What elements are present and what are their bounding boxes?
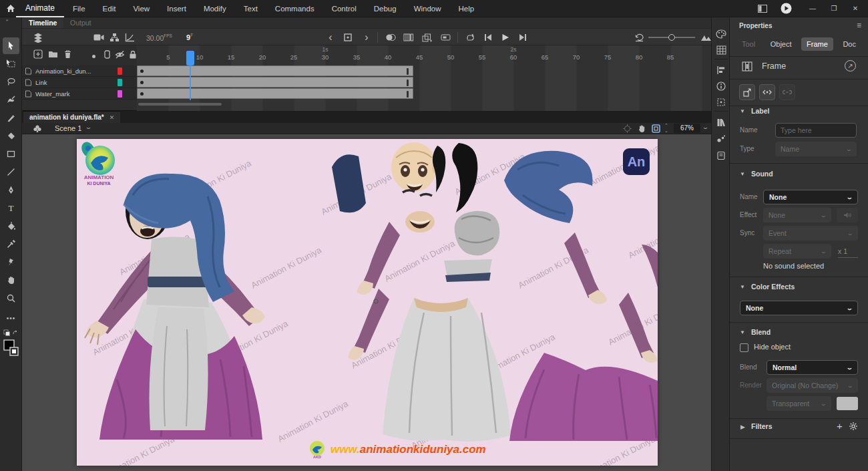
filter-options-gear-icon[interactable] xyxy=(849,422,858,431)
stage[interactable]: Animation Ki Duniya Animation Ki Duniya … xyxy=(77,139,658,466)
more-tools-icon[interactable]: ••• xyxy=(3,310,19,327)
selection-tool[interactable] xyxy=(3,37,19,54)
classic-brush-tool[interactable] xyxy=(3,110,19,126)
onion-skin-icon[interactable] xyxy=(384,31,397,43)
collapse-panel-icon[interactable]: “ xyxy=(6,19,8,26)
color-panel-icon[interactable] xyxy=(715,28,727,40)
fluid-brush-tool[interactable] xyxy=(3,92,19,108)
brush-library-panel-icon[interactable] xyxy=(715,132,727,144)
label-name-input[interactable] xyxy=(775,123,857,138)
layer-row-link[interactable]: Link xyxy=(22,77,137,88)
free-transform-tool[interactable] xyxy=(3,55,19,72)
sound-section-title[interactable]: Sound xyxy=(751,170,773,178)
menu-commands[interactable]: Commands xyxy=(266,0,323,17)
menu-debug[interactable]: Debug xyxy=(365,0,405,17)
tab-tool[interactable]: Tool xyxy=(736,37,761,51)
tab-object[interactable]: Object xyxy=(765,37,797,51)
pen-tool[interactable] xyxy=(3,182,19,198)
fill-stroke-swatches[interactable] xyxy=(3,339,19,357)
onion-skin-outlines-icon[interactable] xyxy=(402,31,415,43)
menu-window[interactable]: Window xyxy=(405,0,450,17)
menu-file[interactable]: File xyxy=(64,0,94,17)
blend-color-swatch[interactable] xyxy=(837,397,858,410)
insert-keyframe-icon[interactable] xyxy=(341,31,355,43)
swap-symbol-button[interactable] xyxy=(739,84,755,100)
label-section-chevron-icon[interactable]: ▼ xyxy=(740,108,745,114)
hide-layers-icon[interactable] xyxy=(113,48,126,60)
layer-row-animation[interactable]: Animation_ki_dun... xyxy=(22,65,137,77)
library-panel-icon[interactable] xyxy=(715,116,727,128)
outline-view-icon[interactable] xyxy=(100,48,114,60)
canvas-pasteboard[interactable]: Animation Ki Duniya Animation Ki Duniya … xyxy=(22,134,711,471)
symbol-edit-icon[interactable] xyxy=(33,124,42,133)
blend-mode-dropdown[interactable]: Normal⌄ xyxy=(767,360,858,375)
menu-edit[interactable]: Edit xyxy=(94,0,125,17)
center-stage-icon[interactable] xyxy=(623,124,632,133)
delete-layer-icon[interactable] xyxy=(61,48,74,60)
close-button[interactable]: ✕ xyxy=(847,0,864,17)
previous-keyframe-icon[interactable]: ‹ xyxy=(324,31,337,43)
create-camera-icon[interactable] xyxy=(439,31,452,43)
add-filter-icon[interactable]: + xyxy=(837,420,843,432)
new-layer-icon[interactable] xyxy=(31,48,45,60)
slider-knob[interactable] xyxy=(668,34,675,41)
zoom-chevron-icon[interactable]: ⌄ xyxy=(702,124,709,130)
tab-timeline[interactable]: Timeline xyxy=(22,17,63,28)
fps-value[interactable]: 30.00FPS xyxy=(146,33,172,42)
next-keyframe-icon[interactable]: › xyxy=(360,31,373,43)
playhead[interactable] xyxy=(186,51,194,65)
menu-help[interactable]: Help xyxy=(450,0,483,17)
show-graph-icon[interactable] xyxy=(123,31,136,43)
tab-output[interactable]: Output xyxy=(63,17,98,28)
hide-object-checkbox[interactable] xyxy=(740,343,748,352)
label-section-title[interactable]: Label xyxy=(751,107,769,115)
transform-panel-icon[interactable] xyxy=(715,96,727,108)
close-document-icon[interactable]: ✕ xyxy=(110,114,115,121)
timeline-zoom-slider[interactable] xyxy=(648,37,695,38)
home-icon[interactable] xyxy=(5,3,16,14)
history-panel-icon[interactable] xyxy=(715,150,727,162)
eraser-tool[interactable] xyxy=(3,128,19,144)
asset-warp-tool[interactable] xyxy=(3,254,19,271)
scene-name[interactable]: Scene 1 xyxy=(55,124,81,132)
step-back-icon[interactable] xyxy=(481,31,495,43)
hand-tool[interactable] xyxy=(3,272,19,289)
workspace-icon[interactable] xyxy=(758,5,767,13)
exchange-frames-button[interactable] xyxy=(759,84,775,100)
color-effects-dropdown[interactable]: None⌄ xyxy=(740,301,858,315)
layer-parenting-icon[interactable] xyxy=(107,31,121,43)
step-forward-icon[interactable] xyxy=(516,31,529,43)
swatches-panel-icon[interactable] xyxy=(715,44,727,56)
minimize-button[interactable]: — xyxy=(804,0,821,17)
sound-section-chevron-icon[interactable]: ▼ xyxy=(740,171,745,177)
new-folder-icon[interactable] xyxy=(46,48,59,60)
menu-view[interactable]: View xyxy=(124,0,158,17)
zoom-level-value[interactable]: 67% xyxy=(674,124,700,133)
menu-animate[interactable]: Animate xyxy=(16,0,64,17)
info-panel-icon[interactable] xyxy=(715,80,727,92)
restore-button[interactable]: ❐ xyxy=(825,0,843,17)
camera-icon[interactable] xyxy=(92,31,105,43)
timeline-scrollbar[interactable] xyxy=(138,103,222,106)
timeline-frames-area[interactable]: 1s 2s 5 10 15 20 25 30 35 40 45 50 55 60… xyxy=(137,45,711,111)
lasso-tool[interactable] xyxy=(3,73,19,90)
frame-span[interactable] xyxy=(137,77,413,88)
rotation-hand-icon[interactable] xyxy=(637,124,646,133)
tab-doc[interactable]: Doc xyxy=(837,37,861,51)
filters-section-chevron-icon[interactable]: ▶ xyxy=(740,424,745,430)
frame-span[interactable] xyxy=(137,65,413,76)
test-movie-icon[interactable] xyxy=(781,3,792,14)
zoom-tool[interactable] xyxy=(3,290,19,307)
current-frame-value[interactable]: 9F xyxy=(186,33,193,41)
zoom-stepper[interactable]: ⌃⌄ xyxy=(664,123,668,134)
color-effects-chevron-icon[interactable]: ▼ xyxy=(740,284,745,290)
resize-timeline-view-icon[interactable] xyxy=(699,31,712,43)
filters-section-title[interactable]: Filters xyxy=(751,422,773,430)
sound-repeat-count[interactable]: x 1 xyxy=(838,247,858,258)
panel-menu-icon[interactable]: ≡ xyxy=(857,21,861,30)
properties-panel-title[interactable]: Properties xyxy=(739,22,772,29)
line-tool[interactable] xyxy=(3,164,19,180)
menu-insert[interactable]: Insert xyxy=(158,0,195,17)
menu-control[interactable]: Control xyxy=(323,0,365,17)
frame-span[interactable] xyxy=(137,88,413,99)
